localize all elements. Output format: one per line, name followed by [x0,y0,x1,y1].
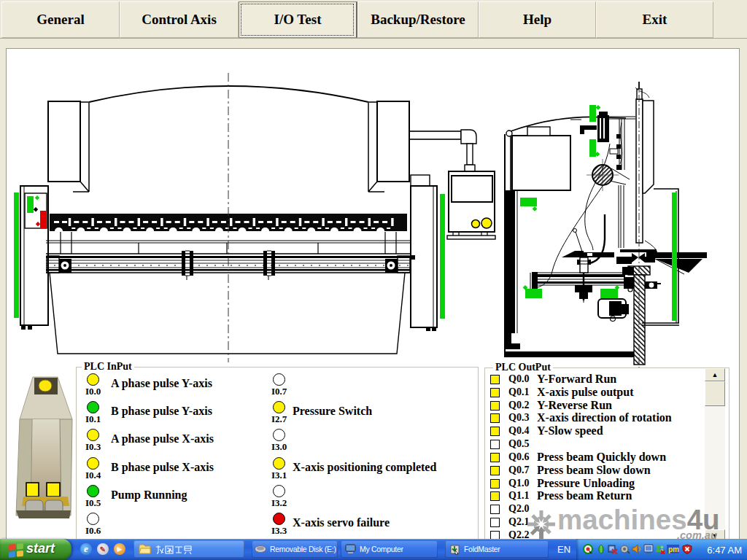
svg-text:pm: pm [668,545,679,553]
